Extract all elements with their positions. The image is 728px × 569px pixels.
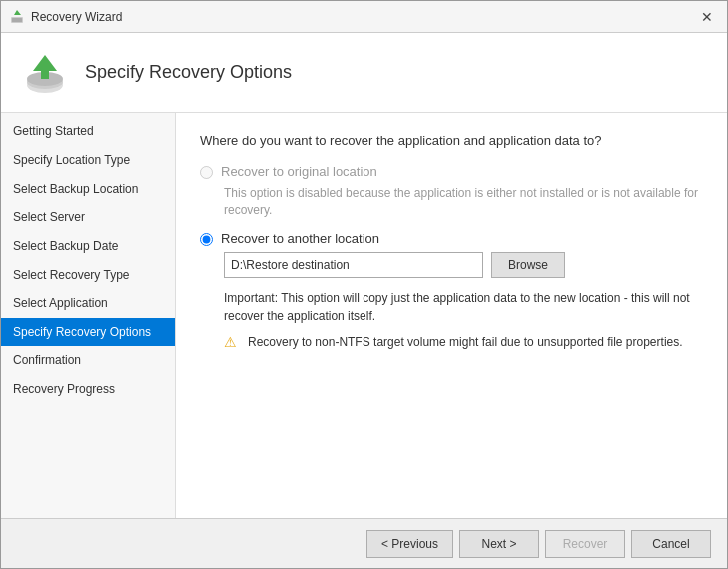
header: Specify Recovery Options (1, 33, 727, 113)
title-bar-text: Recovery Wizard (31, 10, 122, 24)
sidebar-item-select-server[interactable]: Select Server (1, 203, 175, 232)
header-wizard-icon (21, 49, 69, 97)
warning-icon: ⚠ (224, 334, 240, 350)
title-bar-left: Recovery Wizard (9, 9, 122, 25)
header-icon (21, 49, 69, 97)
sidebar-item-specify-recovery-options[interactable]: Specify Recovery Options (1, 318, 175, 347)
svg-rect-1 (12, 18, 22, 22)
wizard-title-icon (9, 9, 25, 25)
main-content: Where do you want to recover the applica… (176, 113, 727, 518)
sidebar: Getting Started Specify Location Type Se… (1, 113, 176, 518)
sidebar-item-getting-started[interactable]: Getting Started (1, 117, 175, 146)
recover-button[interactable]: Recover (545, 530, 625, 558)
sidebar-item-select-backup-location[interactable]: Select Backup Location (1, 175, 175, 204)
option-original-label: Recover to original location (221, 164, 377, 179)
svg-rect-7 (41, 69, 49, 79)
option-another-label: Recover to another location (221, 231, 379, 246)
previous-button[interactable]: < Previous (366, 530, 453, 558)
sidebar-item-select-backup-date[interactable]: Select Backup Date (1, 232, 175, 261)
close-button[interactable]: ✕ (695, 5, 719, 29)
option-original-disabled-note: This option is disabled because the appl… (224, 185, 703, 219)
sidebar-item-confirmation[interactable]: Confirmation (1, 346, 175, 375)
option-another-group: Recover to another location Browse Impor… (200, 231, 703, 351)
sidebar-item-specify-location-type[interactable]: Specify Location Type (1, 146, 175, 175)
sidebar-item-recovery-progress[interactable]: Recovery Progress (1, 375, 175, 404)
main-question: Where do you want to recover the applica… (200, 133, 703, 148)
browse-button[interactable]: Browse (491, 252, 565, 278)
cancel-button[interactable]: Cancel (631, 530, 711, 558)
path-input[interactable] (224, 252, 483, 278)
sidebar-item-select-recovery-type[interactable]: Select Recovery Type (1, 261, 175, 289)
warning-text: Recovery to non-NTFS target volume might… (248, 333, 683, 351)
title-bar: Recovery Wizard ✕ (1, 1, 727, 33)
recovery-wizard-window: Recovery Wizard ✕ Specify Recovery Optio… (0, 0, 728, 569)
warning-row: ⚠ Recovery to non-NTFS target volume mig… (224, 333, 703, 351)
sidebar-item-select-application[interactable]: Select Application (1, 289, 175, 318)
important-note: Important: This option will copy just th… (224, 289, 703, 325)
footer: < Previous Next > Recover Cancel (1, 518, 727, 568)
next-button[interactable]: Next > (459, 530, 539, 558)
content-area: Getting Started Specify Location Type Se… (1, 113, 727, 518)
option-another-row: Recover to another location (200, 231, 703, 246)
option-original-group: Recover to original location This option… (200, 164, 703, 219)
svg-marker-2 (14, 10, 21, 15)
svg-marker-6 (33, 55, 57, 71)
radio-another[interactable] (200, 233, 213, 246)
radio-original[interactable] (200, 166, 213, 179)
path-row: Browse (224, 252, 703, 278)
header-title: Specify Recovery Options (85, 62, 292, 83)
option-original-row: Recover to original location (200, 164, 703, 179)
